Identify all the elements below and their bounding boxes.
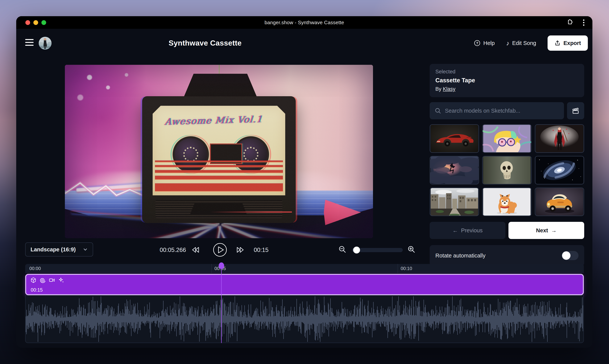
svg-text:?: ? (476, 41, 478, 45)
spiral-icon (40, 277, 46, 283)
share-export-icon (554, 40, 561, 46)
model-search-input[interactable]: Search models on Sketchfab... (430, 102, 564, 119)
aspect-ratio-dropdown[interactable]: Landscape (16:9) (25, 242, 93, 257)
cassette-tape-model[interactable]: Awesome Mix Vol.1 (142, 96, 296, 223)
export-button[interactable]: Export (548, 36, 588, 51)
browser-menu-kebab-icon[interactable] (583, 19, 584, 26)
avatar[interactable] (39, 37, 52, 50)
help-question-icon: ? (474, 40, 480, 46)
search-placeholder: Search models on Sketchfab... (445, 108, 520, 114)
zoom-out-button[interactable] (338, 245, 347, 255)
window-title: banger.show - Synthwave Cassette (16, 16, 592, 29)
rotate-automatically-label: Rotate automatically (435, 252, 485, 259)
help-button[interactable]: ? Help (474, 40, 495, 46)
hamburger-menu-icon[interactable] (25, 39, 34, 46)
clapperboard-button[interactable] (567, 102, 584, 119)
model-thumb-spiral-galaxy[interactable] (535, 156, 584, 184)
red-arrow-line (210, 211, 292, 212)
clapperboard-icon (572, 107, 580, 115)
author-link[interactable]: Klasy (443, 86, 456, 92)
chevron-down-icon (83, 247, 88, 252)
current-time: 00:05.266 (133, 247, 186, 253)
previous-page-button[interactable]: ← Previous (430, 222, 505, 239)
selected-heading: Selected (435, 69, 579, 75)
timeline-zoom-slider[interactable] (352, 248, 403, 252)
playhead-handle[interactable] (219, 262, 224, 269)
model-thumb-anime-girl[interactable] (482, 124, 532, 153)
rotate-automatically-toggle[interactable] (562, 251, 579, 260)
cube-3d-icon (30, 277, 36, 283)
project-title: Synthwave Cassette (150, 29, 261, 57)
timeline-ruler[interactable]: 00:00 00:05 00:10 (25, 264, 584, 273)
music-note-icon: ♪ (506, 40, 509, 46)
titlebar: banger.show - Synthwave Cassette (16, 16, 592, 29)
next-page-button[interactable]: Next → (509, 222, 584, 239)
model-sidebar: Selected Cassette Tape By Klasy Search m… (430, 64, 584, 266)
search-icon (435, 107, 441, 114)
model-thumb-shiba-dog[interactable] (482, 188, 532, 216)
total-duration: 00:15 (254, 247, 269, 253)
model-viewer-canvas[interactable]: Awesome Mix Vol.1 (65, 65, 373, 238)
video-clip[interactable]: 00:15 (25, 274, 584, 295)
zoom-slider-knob[interactable] (353, 247, 360, 253)
audio-waveform (26, 296, 583, 343)
video-camera-icon (49, 277, 55, 283)
play-button[interactable] (213, 243, 227, 257)
zoom-in-button[interactable] (407, 245, 416, 255)
extensions-puzzle-icon[interactable] (567, 19, 573, 26)
model-thumb-storm-clouds[interactable] (430, 156, 479, 184)
clip-duration-label: 00:15 (31, 287, 43, 293)
fast-forward-button[interactable] (236, 246, 245, 255)
timeline: 00:00 00:05 00:10 00:15 (25, 264, 584, 343)
model-thumb-orange-vintage-car[interactable] (535, 188, 584, 216)
selected-model-author: By Klasy (435, 86, 579, 92)
model-thumb-dark-fantasy-figure[interactable] (535, 124, 584, 153)
selected-model-name: Cassette Tape (435, 77, 579, 84)
app-header: Synthwave Cassette ? Help ♪ Edit Song Ex… (16, 29, 592, 57)
sparkles-icon (58, 277, 64, 283)
cassette-reel-left (173, 136, 209, 172)
rewind-button[interactable] (191, 246, 200, 255)
app-window: banger.show - Synthwave Cassette Synthwa… (16, 16, 592, 348)
audio-waveform-track[interactable] (25, 295, 584, 343)
model-thumb-abandoned-city[interactable] (430, 188, 479, 216)
model-thumb-red-sports-car[interactable] (430, 124, 479, 153)
tick-label: 00:10 (401, 266, 412, 271)
model-thumb-skull[interactable] (482, 156, 532, 184)
arrow-left-icon: ← (453, 227, 458, 234)
neon-zigzag (65, 175, 145, 210)
model-grid (430, 124, 584, 216)
toggle-knob (562, 251, 570, 260)
cassette-handwritten-label: Awesome Mix Vol.1 (165, 113, 276, 127)
selected-model-card: Selected Cassette Tape By Klasy (430, 64, 584, 97)
arrow-right-icon: → (551, 227, 556, 234)
tick-label: 00:00 (29, 266, 41, 271)
rotate-setting-card: Rotate automatically (430, 245, 584, 266)
edit-song-button[interactable]: ♪ Edit Song (506, 40, 536, 46)
